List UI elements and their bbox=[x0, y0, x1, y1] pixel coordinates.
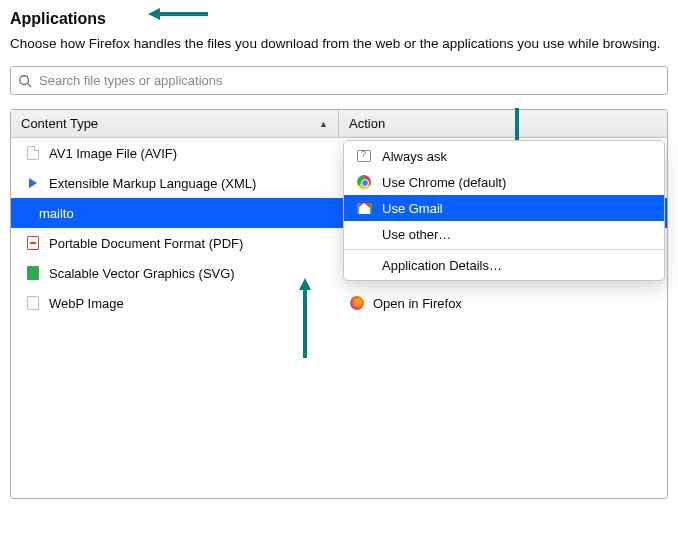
menu-item-label: Application Details… bbox=[382, 258, 502, 273]
menu-item-label: Use other… bbox=[382, 227, 451, 242]
column-header-label: Content Type bbox=[21, 116, 98, 131]
firefox-icon bbox=[350, 296, 364, 310]
file-svg-icon bbox=[25, 265, 41, 281]
ask-icon bbox=[356, 148, 372, 164]
cell-action[interactable]: Open in Firefox bbox=[339, 288, 667, 318]
search-wrap bbox=[10, 66, 668, 95]
firefox-icon bbox=[349, 295, 365, 311]
row-label: mailto bbox=[39, 206, 74, 221]
table-row[interactable]: WebP ImageOpen in Firefox bbox=[11, 288, 667, 318]
action-label: Open in Firefox bbox=[373, 296, 462, 311]
svg-point-0 bbox=[20, 76, 29, 85]
row-label: Scalable Vector Graphics (SVG) bbox=[49, 266, 235, 281]
action-dropdown: Always askUse Chrome (default)Use GmailU… bbox=[343, 140, 665, 281]
file-generic-icon bbox=[25, 145, 41, 161]
row-label: WebP Image bbox=[49, 296, 124, 311]
menu-item[interactable]: Use Gmail bbox=[344, 195, 664, 221]
blank-icon bbox=[356, 226, 372, 242]
column-header-action[interactable]: Action bbox=[339, 110, 667, 137]
chrome-icon bbox=[356, 174, 372, 190]
row-label: AV1 Image File (AVIF) bbox=[49, 146, 177, 161]
menu-item[interactable]: Always ask bbox=[344, 143, 664, 169]
menu-item[interactable]: Use other… bbox=[344, 221, 664, 247]
menu-item-label: Always ask bbox=[382, 149, 447, 164]
cell-content-type: Scalable Vector Graphics (SVG) bbox=[11, 258, 339, 288]
column-header-label: Action bbox=[349, 116, 385, 131]
menu-item[interactable]: Use Chrome (default) bbox=[344, 169, 664, 195]
sort-ascending-icon: ▲ bbox=[319, 119, 328, 129]
table-header: Content Type ▲ Action bbox=[11, 110, 667, 138]
menu-separator bbox=[344, 249, 664, 250]
file-webp-icon bbox=[25, 295, 41, 311]
cell-content-type: mailto bbox=[11, 198, 339, 228]
cell-content-type: Portable Document Format (PDF) bbox=[11, 228, 339, 258]
menu-item[interactable]: Application Details… bbox=[344, 252, 664, 278]
blank-icon bbox=[356, 257, 372, 273]
svg-line-1 bbox=[28, 83, 32, 87]
search-icon bbox=[18, 74, 32, 88]
cell-content-type: AV1 Image File (AVIF) bbox=[11, 138, 339, 168]
row-label: Portable Document Format (PDF) bbox=[49, 236, 243, 251]
column-header-content-type[interactable]: Content Type ▲ bbox=[11, 110, 339, 137]
file-xml-icon bbox=[25, 175, 41, 191]
cell-content-type: Extensible Markup Language (XML) bbox=[11, 168, 339, 198]
menu-item-label: Use Chrome (default) bbox=[382, 175, 506, 190]
search-input[interactable] bbox=[10, 66, 668, 95]
cell-content-type: WebP Image bbox=[11, 288, 339, 318]
applications-table: Content Type ▲ Action AV1 Image File (AV… bbox=[10, 109, 668, 499]
gmail-icon bbox=[356, 200, 372, 216]
section-description: Choose how Firefox handles the files you… bbox=[10, 34, 668, 54]
section-title: Applications bbox=[10, 10, 668, 28]
menu-item-label: Use Gmail bbox=[382, 201, 443, 216]
row-label: Extensible Markup Language (XML) bbox=[49, 176, 256, 191]
file-pdf-icon bbox=[25, 235, 41, 251]
